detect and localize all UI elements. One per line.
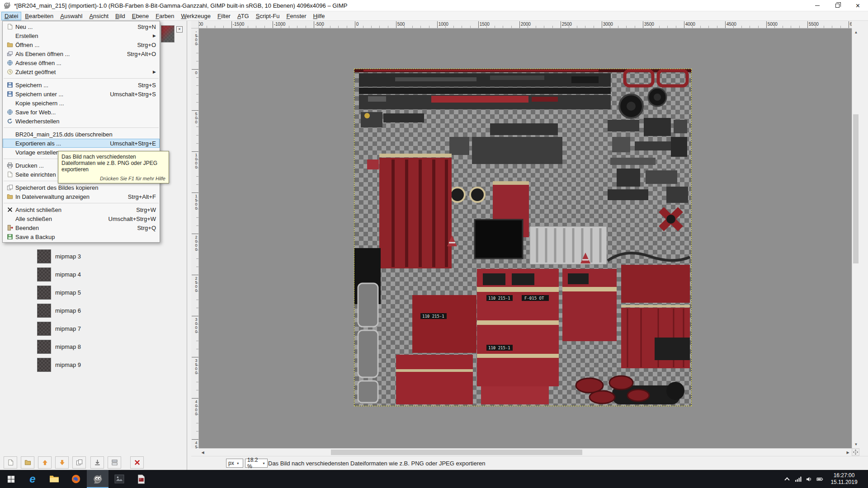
new-layer-button[interactable] [4, 456, 17, 469]
menu-item-adresse-öffnen[interactable]: Adresse öffnen ... [3, 58, 160, 67]
zoom-select[interactable]: 18.2 %▼ [245, 459, 268, 468]
menu-item-save-a-backup[interactable]: Save a Backup [3, 232, 160, 241]
menu-item-label: Neu ... [15, 23, 33, 30]
menubar-item-filter[interactable]: Filter [214, 12, 234, 20]
menu-item-kopie-speichern[interactable]: Kopie speichern ... [3, 99, 160, 108]
unit-select[interactable]: px▼ [226, 459, 243, 468]
canvas-navigation-button[interactable] [852, 448, 859, 456]
taskbar-photo-viewer-icon[interactable] [108, 470, 130, 488]
menu-item-shortcut: Strg+W [136, 206, 156, 213]
close-button[interactable]: × [848, 0, 868, 11]
menu-item-wiederherstellen[interactable]: Wiederherstellen [3, 117, 160, 126]
menu-item-zuletzt-geöffnet[interactable]: Zuletzt geöffnet▶ [3, 67, 160, 76]
raise-layer-button[interactable] [38, 456, 52, 469]
new-group-button[interactable] [21, 456, 34, 469]
menubar-item-bild[interactable]: Bild [112, 12, 128, 20]
layer-row[interactable]: mipmap 9 [0, 357, 184, 374]
menubar-item-farben[interactable]: Farben [152, 12, 177, 20]
layer-row[interactable]: mipmap 6 [0, 302, 184, 319]
tray-network-icon[interactable] [793, 476, 803, 483]
tooltip-hint: Drücken Sie F1 für mehr Hilfe [61, 176, 165, 181]
tooltip-text: Das Bild nach verschiedensten Dateiforma… [61, 154, 165, 173]
duplicate-layer-button[interactable] [72, 456, 86, 469]
layer-row[interactable]: mipmap 3 [0, 248, 184, 265]
taskbar-edge-icon[interactable]: e [22, 470, 43, 488]
anchor-layer-button[interactable] [90, 456, 104, 469]
menu-item-alle-schließen[interactable]: Alle schließenUmschalt+Strg+W [3, 214, 160, 223]
merge-layer-button[interactable] [108, 456, 121, 469]
menu-item-als-ebenen-öffnen[interactable]: Als Ebenen öffnen ...Strg+Alt+O [3, 49, 160, 58]
menu-item-label: Beenden [15, 225, 39, 231]
system-tray: 16:27:00 15.11.2019 [782, 470, 868, 488]
file-menu: Neu ...Strg+NErstellen▶Öffnen ...Strg+OA… [2, 21, 160, 243]
scroll-up-icon[interactable]: ▲ [852, 28, 860, 36]
menubar-item-ebene[interactable]: Ebene [129, 12, 152, 20]
menu-item-speicherort-des-bildes-kopieren[interactable]: Speicherort des Bildes kopieren [3, 183, 160, 192]
scroll-left-icon[interactable]: ◀ [199, 449, 207, 456]
image-tab-thumbnail[interactable] [161, 25, 175, 42]
layer-row[interactable]: mipmap 8 [0, 338, 184, 356]
start-button[interactable] [0, 470, 22, 488]
menu-item-in-dateiverwaltung-anzeigen[interactable]: In Dateiverwaltung anzeigenStrg+Alt+F [3, 192, 160, 201]
menu-item-shortcut: Strg+S [138, 82, 156, 89]
menu-item-ansicht-schließen[interactable]: Ansicht schließenStrg+W [3, 205, 160, 214]
clock-date: 15.11.2019 [825, 479, 863, 486]
menubar-item-auswahl[interactable]: Auswahl [57, 12, 85, 20]
horizontal-scrollbar-thumb[interactable] [331, 450, 582, 455]
save-icon [5, 91, 15, 97]
ruler-label: 3500 [643, 21, 654, 28]
canvas-viewport[interactable]: 110 215-1 F-015 OT 110 215-1 110 215-1 [199, 28, 852, 448]
menu-item-shortcut: Strg+Q [137, 225, 156, 231]
tray-battery-icon[interactable] [814, 476, 825, 483]
close-icon: × [856, 2, 860, 9]
restore-button[interactable] [827, 0, 848, 11]
taskbar-clock[interactable]: 16:27:00 15.11.2019 [825, 472, 865, 486]
taskbar-firefox-icon[interactable] [65, 470, 87, 488]
menu-item-erstellen[interactable]: Erstellen▶ [3, 31, 160, 40]
texture-atlas-image: 110 215-1 F-015 OT 110 215-1 110 215-1 [354, 69, 691, 406]
menu-item-beenden[interactable]: BeendenStrg+Q [3, 223, 160, 232]
menubar-item-bearbeiten[interactable]: Bearbeiten [22, 12, 57, 20]
tray-chevron-up-icon[interactable] [782, 476, 793, 482]
menubar-item-script-fu[interactable]: Script-Fu [253, 12, 283, 20]
menubar-item-fenster[interactable]: Fenster [283, 12, 309, 20]
menu-item-speichern-unter[interactable]: Speichern unter ...Umschalt+Strg+S [3, 89, 160, 99]
vertical-scrollbar[interactable]: ▲ ▼ [852, 28, 859, 448]
ruler-label: 2500 [561, 21, 572, 28]
scroll-down-icon[interactable]: ▼ [852, 441, 860, 448]
delete-layer-button[interactable] [130, 456, 144, 469]
dock-tab-close-icon[interactable]: × [176, 26, 183, 33]
layer-row[interactable]: mipmap 5 [0, 284, 184, 301]
minimize-button[interactable] [807, 0, 827, 11]
menu-item-shortcut: Strg+Alt+O [127, 51, 156, 57]
menu-item-label: Wiederherstellen [15, 118, 60, 125]
menubar-item-hilfe[interactable]: Hilfe [310, 12, 328, 20]
menu-item-neu[interactable]: Neu ...Strg+N [3, 22, 160, 31]
layers-icon [5, 51, 15, 57]
taskbar-explorer-icon[interactable] [43, 470, 65, 488]
scroll-right-icon[interactable]: ▶ [844, 449, 852, 456]
taskbar-gimp-icon[interactable] [87, 470, 108, 488]
tray-volume-icon[interactable] [803, 476, 814, 483]
lower-layer-button[interactable] [55, 456, 69, 469]
clock-time: 16:27:00 [825, 472, 863, 479]
ruler-label: 3000 [192, 316, 198, 333]
layer-row[interactable]: mipmap 4 [0, 266, 184, 283]
menu-item-öffnen[interactable]: Öffnen ...Strg+O [3, 40, 160, 49]
taskbar-image-file-icon[interactable] [130, 470, 152, 488]
menubar-item-atg[interactable]: ATG [234, 12, 252, 20]
horizontal-scrollbar[interactable]: ◀ ▶ [199, 448, 852, 456]
vertical-scrollbar-thumb[interactable] [853, 114, 859, 263]
menubar-item-datei[interactable]: Datei [1, 12, 21, 20]
ruler-label: 6000 [849, 21, 852, 28]
menubar-item-ansicht[interactable]: Ansicht [86, 12, 112, 20]
menubar-item-werkzeuge[interactable]: Werkzeuge [178, 12, 214, 20]
menu-item-exportieren-als[interactable]: Exportieren als ...Umschalt+Strg+E [3, 139, 160, 148]
ruler-corner[interactable] [191, 21, 199, 28]
ruler-label: 5000 [766, 21, 778, 28]
menu-item-save-for-web[interactable]: Save for Web... [3, 108, 160, 117]
menu-item-speichern[interactable]: Speichern ...Strg+S [3, 80, 160, 89]
layer-row[interactable]: mipmap 7 [0, 320, 184, 338]
menu-item-label: Save for Web... [15, 109, 56, 116]
menu-item-br204-main-215-dds-überschreiben[interactable]: BR204_main_215.dds überschreiben [3, 130, 160, 139]
